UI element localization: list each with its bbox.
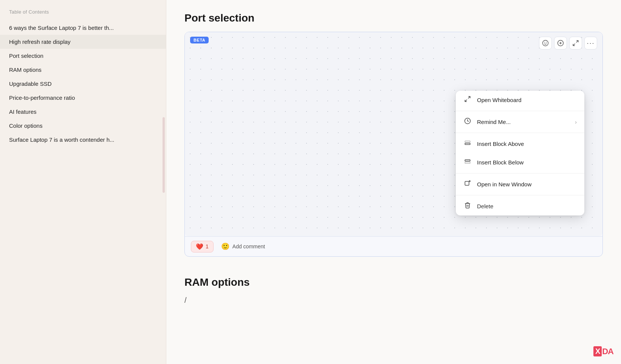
svg-rect-13	[465, 160, 470, 161]
delete-label: Delete	[477, 203, 493, 209]
insert-below-icon	[463, 158, 472, 167]
whiteboard-toolbar: ···	[539, 37, 597, 50]
sidebar-item-7[interactable]: Color options	[0, 119, 166, 133]
context-menu: Open Whiteboard Remind Me... ›	[456, 91, 584, 215]
beta-badge: BETA	[190, 37, 209, 43]
remind-me-label: Remind Me...	[477, 119, 511, 125]
open-whiteboard-label: Open Whiteboard	[477, 97, 522, 103]
like-count: 1	[206, 243, 209, 249]
xda-watermark: X DA	[593, 346, 613, 356]
sidebar-item-6[interactable]: AI features	[0, 105, 166, 119]
context-menu-remind-me[interactable]: Remind Me... ›	[456, 113, 584, 131]
sidebar: Table of Contents 6 ways the Surface Lap…	[0, 0, 166, 364]
sidebar-item-4[interactable]: Upgradable SSD	[0, 77, 166, 91]
add-toolbar-button[interactable]	[554, 37, 567, 50]
open-whiteboard-icon	[463, 96, 472, 104]
svg-rect-15	[465, 181, 469, 186]
context-menu-divider-1	[456, 111, 584, 111]
svg-point-0	[543, 40, 548, 46]
open-new-window-label: Open in New Window	[477, 181, 531, 187]
sidebar-item-8[interactable]: Surface Laptop 7 is a worth contender h.…	[0, 133, 166, 147]
ram-section-heading: RAM options	[184, 276, 603, 288]
add-comment-label: Add comment	[232, 243, 265, 249]
context-menu-insert-above[interactable]: Insert Block Above	[456, 135, 584, 153]
context-menu-open-whiteboard[interactable]: Open Whiteboard	[456, 91, 584, 109]
context-menu-divider-2	[456, 133, 584, 133]
sidebar-item-2[interactable]: Port selection	[0, 49, 166, 63]
whiteboard-footer: ❤️ 1 🙂 Add comment	[185, 236, 602, 256]
insert-below-label: Insert Block Below	[477, 159, 523, 166]
context-menu-open-new-window[interactable]: Open in New Window	[456, 175, 584, 194]
insert-above-icon	[463, 139, 472, 148]
xda-text: DA	[602, 347, 613, 356]
svg-rect-14	[465, 162, 470, 164]
resize-toolbar-button[interactable]	[569, 37, 582, 50]
emoji-toolbar-button[interactable]	[539, 37, 552, 50]
svg-rect-11	[465, 143, 470, 145]
sidebar-item-1[interactable]: High refresh rate display	[0, 35, 166, 49]
insert-above-label: Insert Block Above	[477, 141, 524, 147]
context-menu-divider-3	[456, 173, 584, 173]
context-menu-divider-4	[456, 195, 584, 195]
heart-icon: ❤️	[196, 243, 203, 250]
remind-me-arrow-icon: ›	[575, 119, 577, 125]
svg-line-6	[576, 40, 578, 42]
sidebar-item-5[interactable]: Price-to-performance ratio	[0, 91, 166, 105]
sidebar-scrollbar[interactable]	[163, 117, 165, 193]
svg-line-7	[573, 44, 575, 46]
ram-cursor: /	[184, 296, 603, 305]
svg-line-8	[468, 96, 470, 98]
svg-line-9	[465, 100, 467, 102]
delete-icon	[463, 202, 472, 211]
context-menu-delete[interactable]: Delete	[456, 197, 584, 215]
section-heading: Port selection	[184, 12, 603, 24]
add-comment-button[interactable]: 🙂 Add comment	[218, 240, 268, 252]
main-content: Port selection BETA	[166, 0, 621, 364]
remind-me-icon	[463, 118, 472, 126]
svg-rect-12	[465, 141, 470, 143]
like-button[interactable]: ❤️ 1	[191, 241, 214, 252]
context-menu-insert-below[interactable]: Insert Block Below	[456, 153, 584, 172]
sidebar-item-3[interactable]: RAM options	[0, 63, 166, 77]
more-options-toolbar-button[interactable]: ···	[584, 37, 597, 50]
sidebar-item-0[interactable]: 6 ways the Surface Laptop 7 is better th…	[0, 21, 166, 35]
whiteboard-block: BETA	[184, 32, 603, 257]
xda-box: X	[593, 346, 602, 356]
ram-section: RAM options /	[184, 276, 603, 305]
open-new-window-icon	[463, 180, 472, 189]
sidebar-title: Table of Contents	[0, 9, 166, 21]
ellipsis-icon: ···	[587, 40, 595, 46]
comment-emoji-icon: 🙂	[221, 242, 229, 251]
